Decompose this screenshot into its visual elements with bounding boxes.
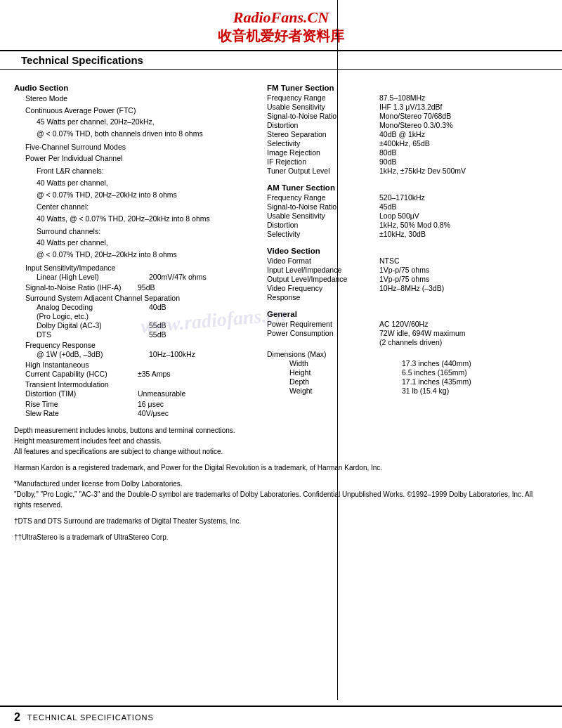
fm-distortion-value: Mono/Stereo 0.3/0.3% <box>379 121 548 129</box>
site-title-en: RadioFans.CN <box>0 8 562 27</box>
footnote-4: †DTS and DTS Surround are trademarks of … <box>14 516 548 526</box>
front-channels-val2: @ < 0.07% THD, 20Hz–20kHz into 8 ohms <box>14 190 253 200</box>
high-instant-label: High Instantaneous <box>25 360 138 369</box>
am-freq-value: 520–1710kHz <box>379 193 548 202</box>
width-label: Width <box>289 359 402 368</box>
rise-time-row: Rise Time 16 μsec <box>14 400 253 408</box>
footnote-5: ††UltraStereo is a trademark of UltraSte… <box>14 532 548 542</box>
fm-snr-row: Signal-to-Noise Ratio Mono/Stereo 70/68d… <box>267 112 548 120</box>
fm-freq-row: Frequency Range 87.5–108MHz <box>267 93 548 102</box>
surround-sep-row: Surround System Adjacent Channel Separat… <box>14 294 253 302</box>
video-section-title: Video Section <box>267 247 548 255</box>
height-value: 6.5 inches (165mm) <box>402 368 548 377</box>
am-selectivity-label: Selectivity <box>267 230 379 238</box>
continuous-power-label: Continuous Average Power (FTC) <box>14 105 253 116</box>
front-channels-label: Front L&R channels: <box>14 166 253 176</box>
freq-response-1w-row: @ 1W (+0dB, –3dB) 10Hz–100kHz <box>14 350 253 358</box>
video-freq-value: 10Hz–8MHz (–3dB) <box>379 284 548 292</box>
fm-selectivity-label: Selectivity <box>267 139 379 148</box>
power-req-row: Power Requirement AC 120V/60Hz <box>267 320 548 328</box>
am-sensitivity-row: Usable Sensitivity Loop 500μV <box>267 212 548 220</box>
power-individual-label: Power Per Individual Channel <box>14 153 253 164</box>
fm-distortion-row: Distortion Mono/Stereo 0.3/0.3% <box>267 121 548 129</box>
height-row: Height 6.5 inches (165mm) <box>267 368 548 377</box>
depth-value: 17.1 inches (435mm) <box>402 377 548 386</box>
freq-response-label: Frequency Response <box>25 341 138 349</box>
center-channel-label: Center channel: <box>14 202 253 212</box>
snr-value: 95dB <box>138 283 253 292</box>
dimensions-row: Dimensions (Max) <box>267 350 548 358</box>
hcc-label: Current Capability (HCC) <box>25 370 138 378</box>
analog-decoding-row: Analog Decoding 40dB <box>14 303 253 311</box>
slew-rate-label: Slew Rate <box>25 409 138 417</box>
fm-if-rej-value: 90dB <box>379 157 548 166</box>
fm-if-rej-row: IF Rejection 90dB <box>267 157 548 166</box>
video-input-label: Input Level/Impedance <box>267 266 379 274</box>
analog-decoding-value: 40dB <box>149 303 253 311</box>
width-row: Width 17.3 inches (440mm) <box>267 359 548 368</box>
weight-row: Weight 31 lb (15.4 kg) <box>267 386 548 395</box>
pro-logic-label: (Pro Logic, etc.) <box>37 312 149 320</box>
power-val2: @ < 0.07% THD, both channels driven into… <box>14 129 253 139</box>
surround-channels-label: Surround channels: <box>14 226 253 237</box>
fm-snr-label: Signal-to-Noise Ratio <box>267 112 379 120</box>
right-column: FM Tuner Section Frequency Range 87.5–10… <box>267 77 548 418</box>
video-format-row: Video Format NTSC <box>267 256 548 265</box>
footnote-1-line3: All features and specifications are subj… <box>14 446 548 457</box>
hcc-value: ±35 Amps <box>138 370 253 378</box>
surround-channels-val1: 40 Watts per channel, <box>14 238 253 248</box>
power-cons-detail-value: (2 channels driven) <box>379 338 548 346</box>
am-selectivity-value: ±10kHz, 30dB <box>379 230 548 238</box>
footer-label: TECHNICAL SPECIFICATIONS <box>27 713 154 722</box>
power-req-value: AC 120V/60Hz <box>379 320 548 328</box>
fm-distortion-label: Distortion <box>267 121 379 129</box>
depth-label: Depth <box>289 377 402 386</box>
footnote-2: Harman Kardon is a registered trademark,… <box>14 462 548 473</box>
power-req-label: Power Requirement <box>267 320 379 328</box>
fm-image-rej-value: 80dB <box>379 148 548 157</box>
page-title-bar: Technical Specifications <box>0 50 562 70</box>
height-label: Height <box>289 368 402 377</box>
fm-image-rej-label: Image Rejection <box>267 148 379 157</box>
slew-rate-value: 40V/μsec <box>138 409 253 417</box>
content-area: Audio Section Stereo Mode Continuous Ave… <box>0 77 562 418</box>
tim-value: Unmeasurable <box>138 389 253 398</box>
am-distortion-value: 1kHz, 50% Mod 0.8% <box>379 221 548 229</box>
am-section-title: AM Tuner Section <box>267 183 548 192</box>
video-output-value: 1Vp-p/75 ohms <box>379 275 548 283</box>
power-cons-detail-label <box>267 338 379 346</box>
tim-row: Distortion (TIM) Unmeasurable <box>14 389 253 398</box>
power-cons-value: 72W idle, 694W maximum <box>379 329 548 337</box>
site-title-cn: 收音机爱好者资料库 <box>0 27 562 46</box>
fm-stereo-sep-row: Stereo Separation 40dB @ 1kHz <box>267 130 548 138</box>
surround-channels-val2: @ < 0.07% THD, 20Hz–20kHz into 8 ohms <box>14 249 253 260</box>
dts-row: DTS 55dB <box>14 330 253 339</box>
linear-high-value: 200mV/47k ohms <box>149 273 253 281</box>
footer-page-number: 2 <box>14 711 20 724</box>
footnote-1: Depth measurement includes knobs, button… <box>14 425 548 457</box>
slew-rate-row: Slew Rate 40V/μsec <box>14 409 253 417</box>
footnotes: Depth measurement includes knobs, button… <box>0 418 562 583</box>
fm-freq-value: 87.5–108MHz <box>379 93 548 102</box>
front-channels-val1: 40 Watts per channel, <box>14 178 253 188</box>
fm-output-label: Tuner Output Level <box>267 167 379 175</box>
video-response-label: Response <box>267 293 379 301</box>
fm-freq-label: Frequency Range <box>267 93 379 102</box>
fm-sensitivity-value: IHF 1.3 μV/13.2dBf <box>379 103 548 111</box>
fm-output-row: Tuner Output Level 1kHz, ±75kHz Dev 500m… <box>267 167 548 175</box>
am-selectivity-row: Selectivity ±10kHz, 30dB <box>267 230 548 238</box>
fm-if-rej-label: IF Rejection <box>267 157 379 166</box>
footnote-1-line1: Depth measurement includes knobs, button… <box>14 425 548 436</box>
dolby-digital-value: 55dB <box>149 321 253 330</box>
am-snr-value: 45dB <box>379 202 548 211</box>
weight-label: Weight <box>289 386 402 395</box>
tim-distortion-label: Distortion (TIM) <box>25 389 138 398</box>
pro-logic-row: (Pro Logic, etc.) <box>14 312 253 320</box>
rise-time-label: Rise Time <box>25 400 138 408</box>
video-response-row: Response <box>267 293 548 301</box>
fm-selectivity-row: Selectivity ±400kHz, 65dB <box>267 139 548 148</box>
input-sensitivity-row: Input Sensitivity/Impedance <box>14 264 253 272</box>
am-snr-row: Signal-to-Noise Ratio 45dB <box>267 202 548 211</box>
audio-section-title: Audio Section <box>14 84 253 92</box>
fm-selectivity-value: ±400kHz, 65dB <box>379 139 548 148</box>
